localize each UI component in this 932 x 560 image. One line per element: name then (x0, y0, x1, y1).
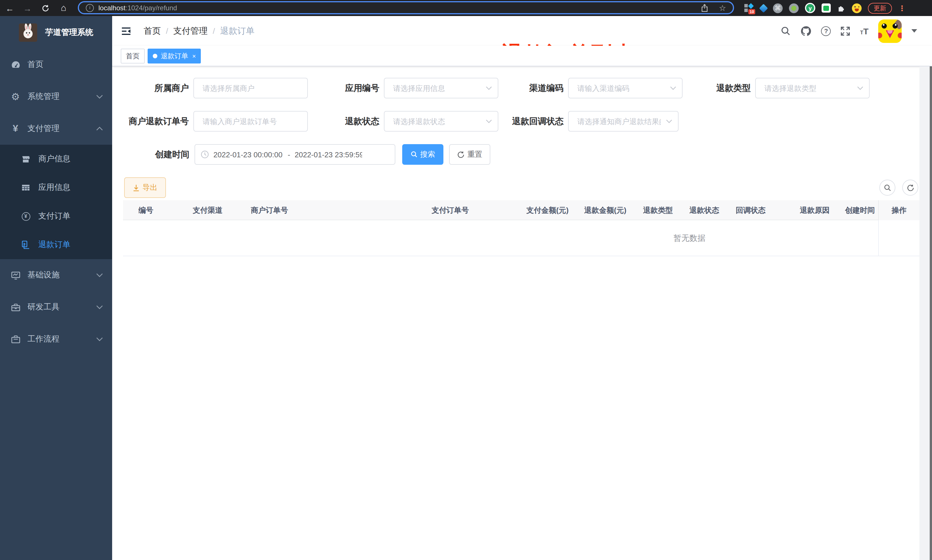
sidebar-item-infrastructure[interactable]: 基础设施 (0, 259, 112, 291)
merchant-label: 所属商户 (97, 78, 189, 98)
sidebar-fold-icon[interactable] (121, 26, 131, 35)
toggle-search-button[interactable] (880, 180, 895, 195)
briefcase-icon (10, 334, 21, 345)
chevron-down-icon (96, 337, 103, 341)
breadcrumb: 首页 / 支付管理 / 退款订单 (144, 25, 255, 36)
date-start-value[interactable]: 2022-01-23 00:00:00 (214, 150, 283, 159)
export-button[interactable]: 导出 (124, 177, 166, 198)
extension-green-dot-icon[interactable] (789, 3, 799, 13)
screen: ← → ⌂ i localhost:1024/pay/refund ☆ 10 (0, 0, 932, 560)
create-time-range-picker[interactable]: 2022-01-23 00:00:00 - 2022-01-23 23:59:5… (195, 144, 395, 165)
tab-label: 退款订单 (161, 51, 188, 61)
col-refund-status: 退款状态 (689, 200, 719, 220)
refund-type-input[interactable] (756, 78, 869, 98)
col-callback-status: 回调状态 (736, 200, 766, 220)
site-info-icon[interactable]: i (86, 4, 94, 12)
reset-button[interactable]: 重置 (449, 144, 490, 165)
extension-command-icon[interactable]: ⌘ (773, 3, 783, 13)
extension-emoji-icon[interactable] (852, 3, 861, 13)
url-host: localhost (98, 4, 126, 12)
browser-home-icon[interactable]: ⌂ (57, 0, 70, 16)
sidebar-item-label: 基础设施 (28, 270, 60, 280)
breadcrumb-current: 退款订单 (220, 25, 255, 36)
search-button-label: 搜索 (420, 149, 435, 160)
notify-status-select[interactable] (568, 111, 678, 132)
extension-chat-icon[interactable] (821, 3, 831, 12)
col-pay-order-no: 支付订单号 (432, 200, 469, 220)
col-id: 编号 (138, 200, 153, 220)
extensions-puzzle-icon[interactable] (837, 4, 846, 12)
url-bar[interactable]: i localhost:1024/pay/refund ☆ (78, 1, 734, 14)
col-merchant-order-no: 商户订单号 (251, 200, 288, 220)
app-logo-rabbit-image (19, 23, 37, 42)
yen-circle-icon: ¥ (21, 211, 31, 222)
tab-refund-order[interactable]: 退款订单 × (148, 49, 201, 63)
breadcrumb-pay[interactable]: 支付管理 (173, 25, 208, 36)
empty-text: 暂无数据 (674, 220, 706, 256)
active-dot-icon (153, 54, 157, 58)
sidebar-item-label: 支付订单 (38, 211, 71, 222)
sidebar-item-refund-order[interactable]: 退款订单 (0, 231, 112, 259)
avatar[interactable] (878, 19, 902, 43)
breadcrumb-home[interactable]: 首页 (144, 25, 161, 36)
app-title: 芋道管理系统 (45, 21, 93, 45)
create-time-label: 创建时间 (98, 144, 189, 165)
browser-forward-icon[interactable]: → (21, 0, 34, 16)
refund-type-select[interactable] (755, 78, 870, 98)
store-icon (21, 154, 31, 164)
date-end-value[interactable]: 2022-01-23 23:59:59 (295, 150, 362, 159)
dashboard-icon (10, 59, 21, 70)
browser-menu-icon[interactable]: ⋮ (898, 4, 906, 12)
sidebar-item-label: 研发工具 (28, 302, 60, 312)
sidebar-item-system[interactable]: ⚙ 系统管理 (0, 81, 112, 113)
browser-back-icon[interactable]: ← (3, 0, 16, 16)
chevron-down-icon (96, 273, 103, 277)
extension-kite-icon[interactable] (760, 5, 767, 11)
col-actions: 操作 (878, 200, 920, 220)
sidebar-item-pay[interactable]: ¥ 支付管理 (0, 113, 112, 145)
documents-icon (21, 240, 31, 250)
fullscreen-icon[interactable] (841, 26, 850, 36)
sidebar-item-label: 应用信息 (38, 183, 71, 193)
sidebar-item-pay-order[interactable]: ¥ 支付订单 (0, 202, 112, 231)
chevron-down-icon (666, 119, 672, 123)
sidebar-item-dev-tools[interactable]: 研发工具 (0, 291, 112, 323)
yen-icon: ¥ (10, 123, 21, 134)
notify-status-input[interactable] (569, 112, 678, 131)
table-header: 编号 支付渠道 商户订单号 支付订单号 支付金额(元) 退款金额(元) 退款类型… (123, 200, 920, 220)
date-range-separator: - (283, 150, 295, 159)
browser-reload-icon[interactable] (39, 0, 51, 16)
extension-tampermonkey-icon[interactable]: 10 (744, 3, 754, 13)
sidebar-item-label: 首页 (28, 60, 43, 70)
url-path: :1024/pay/refund (126, 4, 177, 12)
sidebar-item-app-info[interactable]: 应用信息 (0, 173, 112, 202)
refund-status-label: 退款状态 (288, 111, 379, 132)
export-button-label: 导出 (143, 183, 157, 193)
bookmark-star-icon[interactable]: ☆ (719, 4, 726, 12)
share-icon[interactable] (701, 4, 709, 12)
github-icon[interactable] (801, 25, 812, 36)
table-icon (21, 183, 31, 193)
help-icon[interactable]: ? (821, 26, 831, 36)
extension-y-icon[interactable]: y (805, 3, 815, 13)
col-refund-type: 退款类型 (643, 200, 673, 220)
tab-close-icon[interactable]: × (192, 53, 196, 59)
avatar-caret-icon[interactable] (911, 29, 917, 32)
browser-update-button[interactable]: 更新 (868, 3, 892, 14)
gear-icon: ⚙ (10, 91, 21, 102)
sidebar-item-workflow[interactable]: 工作流程 (0, 323, 112, 355)
sidebar-item-label: 商户信息 (38, 154, 71, 164)
font-size-icon[interactable]: TT (860, 26, 869, 35)
sidebar-item-home[interactable]: 首页 (0, 49, 112, 81)
window-scrollbar[interactable] (930, 16, 932, 560)
table-empty-row: 暂无数据 (123, 220, 920, 256)
tab-home[interactable]: 首页 (121, 49, 145, 63)
search-button[interactable]: 搜索 (402, 144, 443, 165)
refresh-button[interactable] (902, 180, 918, 195)
sidebar-logo[interactable]: 芋道管理系统 (0, 21, 112, 49)
merchant-refund-no-label: 商户退款订单号 (97, 111, 189, 132)
top-navbar: 首页 / 支付管理 / 退款订单 ? TT (112, 16, 932, 46)
sidebar-item-merchant-info[interactable]: 商户信息 (0, 145, 112, 173)
col-refund-amount: 退款金额(元) (584, 200, 626, 220)
header-search-icon[interactable] (781, 26, 791, 36)
